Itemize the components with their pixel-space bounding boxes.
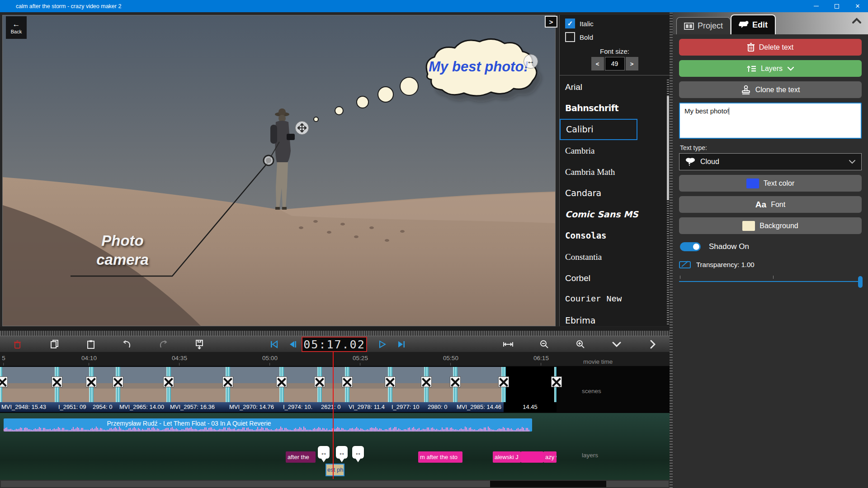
text-content-input[interactable]: My best photo! [679,103,862,139]
transition-marker-icon[interactable] [52,376,62,387]
transparency-slider[interactable] [679,275,862,288]
move-handle-icon[interactable] [295,121,309,135]
timeline-ruler[interactable]: 5 04:10 04:35 05:00 05:25 05:50 06:15 [0,352,670,366]
font-size-increase-button[interactable]: > [626,57,638,70]
font-item-courier-new[interactable]: Courier New [560,289,670,310]
transition-marker-icon[interactable] [551,376,562,387]
selected-text-clip[interactable]: est ph [326,464,344,476]
layers-button[interactable]: Layers [679,60,862,77]
font-item-corbel[interactable]: Corbel [560,267,670,289]
font-item-bahnschrift[interactable]: Bahnschrift [560,98,670,119]
timeline-hscrollbar[interactable] [0,480,670,488]
title-bar: calm after the storm - crazy video maker… [0,0,868,12]
bold-row[interactable]: Bold [565,32,670,42]
expand-right-icon[interactable] [646,336,660,352]
thought-bubble-text[interactable]: My best photo! [428,56,529,78]
font-item-cambria-math[interactable]: Cambria Math [560,161,670,183]
font-item-arial[interactable]: Arial [560,76,670,98]
layer-text-clip[interactable]: azy v [543,451,557,463]
scene-clip[interactable]: I_2977: 10 [390,367,426,412]
scene-clip[interactable]: 2954: 0 [91,367,118,412]
minimize-button[interactable] [806,0,826,12]
slider-thumb[interactable] [858,276,863,288]
timecode-display[interactable]: 05:17.02 [302,337,367,352]
redo-button[interactable] [156,336,170,352]
transition-marker-icon[interactable] [450,376,461,387]
background-button[interactable]: Background [679,217,862,234]
drag-balloon-icon[interactable]: ↔ [336,446,348,459]
layer-text-clip[interactable] [521,451,543,463]
scene-clip[interactable]: MVI_2948: 15.43 [0,367,57,412]
transition-marker-icon[interactable] [113,376,123,387]
bold-checkbox[interactable] [565,32,575,42]
zoom-out-button[interactable] [537,336,552,352]
font-list-scrollbar[interactable] [667,78,669,324]
layer-text-clip[interactable]: alewski J [493,451,521,463]
back-button[interactable]: ← Back [6,16,27,39]
scene-clip[interactable]: MVI_2957: 16.36 [169,367,228,412]
paste-button[interactable] [84,336,98,352]
transition-marker-icon[interactable] [86,376,97,387]
hscrollbar-thumb[interactable] [490,481,606,487]
layer-text-clip[interactable]: m after the sto [418,451,462,463]
text-type-dropdown[interactable]: Cloud [679,153,862,170]
save-frame-button[interactable] [192,336,207,352]
drag-balloon-icon[interactable]: ↔ [318,446,330,459]
font-size-decrease-button[interactable]: < [591,57,604,70]
italic-row[interactable]: Italic [565,19,670,28]
transition-marker-icon[interactable] [222,376,233,387]
font-item-consolas[interactable]: Consolas [560,225,670,246]
undo-button[interactable] [120,336,134,352]
scene-clip[interactable]: VI_2978: 11.4 [347,367,390,412]
transition-marker-icon[interactable] [421,376,432,387]
scene-clip[interactable]: MVI_2970: 14.76 [228,367,282,412]
font-button[interactable]: Aa Font [679,196,862,213]
record-delete-button[interactable] [10,336,24,352]
copy-button[interactable] [47,336,62,352]
transition-marker-icon[interactable] [163,376,174,387]
delete-text-button[interactable]: Delete text [679,39,862,56]
font-item-calibri-selected[interactable]: Calibri [560,119,637,140]
video-preview[interactable]: ← Back My best photo! Photo camera ↔ [2,15,556,326]
transition-marker-icon[interactable] [385,376,396,387]
scene-clip[interactable]: I_2951: 09 [57,367,91,412]
play-button[interactable] [375,336,390,352]
text-color-button[interactable]: Text color [679,175,862,192]
italic-checkbox[interactable] [565,19,575,28]
transition-marker-icon[interactable] [314,376,325,387]
font-item-comic-sans[interactable]: Comic Sans MS [560,204,670,225]
zoom-in-button[interactable] [573,336,588,352]
scene-clip[interactable]: I_2974: 10. [282,367,320,412]
layer-text-clip[interactable]: after the [286,451,316,463]
transition-marker-icon[interactable] [0,376,8,387]
close-button[interactable]: ✕ [847,0,868,12]
tab-edit[interactable]: Edit [731,14,776,34]
transition-marker-icon[interactable] [342,376,353,387]
scene-clip[interactable]: MVI_2985: 14.46 [455,367,504,412]
scene-clip[interactable]: MVI_2965: 14.00 [118,367,169,412]
panel-collapse-button[interactable]: > [545,16,557,28]
step-back-button[interactable] [286,336,300,352]
playhead[interactable] [333,352,334,479]
maximize-button[interactable] [826,0,847,12]
tab-project[interactable]: Project [676,17,731,34]
drag-balloon-icon[interactable]: ↔ [352,446,364,459]
step-forward-button[interactable] [394,336,409,352]
timeline-resize-grip[interactable] [0,331,670,336]
resize-handle-icon[interactable]: ↔ [524,54,538,69]
font-item-cambria[interactable]: Cambria [560,140,670,161]
transition-marker-icon[interactable] [276,376,287,387]
callout-text[interactable]: Photo camera [80,231,165,269]
collapse-timeline-icon[interactable] [609,336,624,352]
scene-clip[interactable]: 14.45 [504,367,557,412]
shadow-toggle[interactable] [680,242,701,251]
font-item-candara[interactable]: Candara [560,183,670,204]
fit-width-icon[interactable] [501,336,515,352]
clone-text-button[interactable]: Clone the text [679,81,862,98]
audio-clip[interactable]: Przemysław Rudź - Let Them Float - 03 In… [4,418,532,432]
chevron-up-icon[interactable] [852,18,862,24]
skip-start-button[interactable] [267,336,281,352]
font-item-constantia[interactable]: Constantia [560,246,670,267]
scene-clip[interactable]: 2980: 0 [426,367,455,412]
transition-marker-icon[interactable] [498,376,509,387]
